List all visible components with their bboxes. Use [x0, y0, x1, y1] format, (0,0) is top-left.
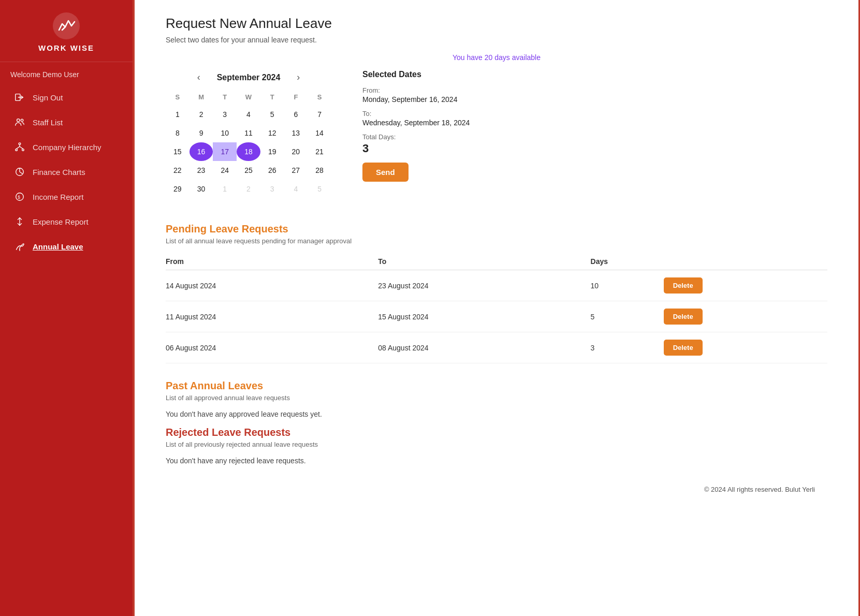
sidebar-item-expense-report[interactable]: Expense Report	[0, 209, 133, 234]
calendar-day[interactable]: 3	[260, 180, 284, 198]
calendar-day[interactable]: 16	[190, 142, 213, 161]
total-days-label: Total Days:	[362, 133, 476, 141]
cell-action: Delete	[664, 332, 827, 363]
calendar-day[interactable]: 21	[308, 142, 331, 161]
sidebar-label-income-report: Income Report	[33, 193, 83, 201]
calendar-day[interactable]: 22	[166, 161, 190, 180]
calendar-day[interactable]: 27	[284, 161, 308, 180]
past-title: Past Annual Leaves	[166, 380, 827, 392]
calendar-day[interactable]: 7	[308, 105, 331, 124]
calendar-day[interactable]: 23	[190, 161, 213, 180]
calendar-table: S M T W T F S 12345678910111213141516171…	[166, 91, 331, 198]
sidebar-item-finance-charts[interactable]: Finance Charts	[0, 159, 133, 184]
calendar-day[interactable]: 18	[237, 142, 260, 161]
sidebar-item-sign-out[interactable]: Sign Out	[0, 85, 133, 110]
cell-to: 15 August 2024	[378, 301, 590, 332]
calendar-day[interactable]: 1	[213, 180, 237, 198]
svg-point-3	[21, 119, 23, 122]
calendar-day[interactable]: 4	[284, 180, 308, 198]
cell-from: 11 August 2024	[166, 301, 378, 332]
delete-button[interactable]: Delete	[664, 340, 703, 356]
calendar-day[interactable]: 29	[166, 180, 190, 198]
calendar-day[interactable]: 8	[166, 124, 190, 142]
cell-from: 06 August 2024	[166, 332, 378, 363]
hierarchy-icon	[14, 141, 25, 153]
svg-line-9	[20, 146, 23, 149]
selected-dates-panel: Selected Dates From: Monday, September 1…	[362, 70, 476, 182]
calendar-day[interactable]: 2	[190, 105, 213, 124]
calendar-day[interactable]: 9	[190, 124, 213, 142]
svg-point-6	[22, 149, 24, 151]
calendar-day[interactable]: 11	[237, 124, 260, 142]
calendar-day[interactable]: 2	[237, 180, 260, 198]
calendar-header: ‹ September 2024 ›	[166, 70, 331, 85]
to-value: Wednesday, September 18, 2024	[362, 119, 476, 127]
calendar-day[interactable]: 3	[213, 105, 237, 124]
page-title: Request New Annual Leave	[166, 16, 827, 32]
past-section: Past Annual Leaves List of all approved …	[166, 380, 827, 418]
app-name: WORK WISE	[38, 43, 94, 52]
sidebar-item-income-report[interactable]: $ Income Report	[0, 184, 133, 209]
calendar-day[interactable]: 30	[190, 180, 213, 198]
calendar-day[interactable]: 10	[213, 124, 237, 142]
page-subtitle: Select two dates for your annual leave r…	[166, 36, 827, 44]
sidebar-label-annual-leave: Annual Leave	[33, 242, 83, 251]
pending-table: From To Days 14 August 202423 August 202…	[166, 253, 827, 363]
staff-icon	[14, 116, 25, 128]
cal-header-f: F	[284, 91, 308, 105]
calendar-day[interactable]: 28	[308, 161, 331, 180]
calendar-day[interactable]: 5	[260, 105, 284, 124]
calendar-prev-button[interactable]: ‹	[193, 70, 205, 85]
footer-text: © 2024 All rights reserved. Bulut Yerli	[704, 486, 815, 493]
calendar-day[interactable]: 15	[166, 142, 190, 161]
sidebar-label-sign-out: Sign Out	[33, 93, 63, 102]
calendar-month-label: September 2024	[217, 73, 281, 82]
calendar-day[interactable]: 24	[213, 161, 237, 180]
cal-header-m: M	[190, 91, 213, 105]
pending-title: Pending Leave Requests	[166, 223, 827, 235]
col-from: From	[166, 253, 378, 270]
calendar-wrap: ‹ September 2024 › S M T W T F S	[166, 70, 331, 198]
cal-header-s2: S	[308, 91, 331, 105]
to-label: To:	[362, 110, 476, 118]
calendar-next-button[interactable]: ›	[293, 70, 304, 85]
available-days-text: You have 20 days available	[166, 53, 827, 62]
calendar-day[interactable]: 1	[166, 105, 190, 124]
calendar-day[interactable]: 19	[260, 142, 284, 161]
rejected-title: Rejected Leave Requests	[166, 427, 827, 438]
rejected-desc: List of all previously rejected annual l…	[166, 441, 827, 448]
calendar-day[interactable]: 12	[260, 124, 284, 142]
col-to: To	[378, 253, 590, 270]
sidebar-logo: WORK WISE	[0, 0, 133, 62]
delete-button[interactable]: Delete	[664, 309, 703, 325]
sidebar-item-staff-list[interactable]: Staff List	[0, 110, 133, 135]
sign-out-icon	[14, 92, 25, 103]
send-button[interactable]: Send	[362, 163, 409, 182]
calendar-day[interactable]: 17	[213, 142, 237, 161]
calendar-section: ‹ September 2024 › S M T W T F S	[166, 70, 827, 198]
calendar-day[interactable]: 13	[284, 124, 308, 142]
table-row: 14 August 202423 August 202410Delete	[166, 270, 827, 301]
calendar-day[interactable]: 5	[308, 180, 331, 198]
logo-icon	[53, 12, 80, 39]
from-value: Monday, September 16, 2024	[362, 95, 476, 104]
sidebar-item-annual-leave[interactable]: Annual Leave	[0, 234, 133, 259]
selected-dates-title: Selected Dates	[362, 70, 476, 79]
sidebar-nav: Sign Out Staff List Company Hierarchy Fi…	[0, 85, 133, 259]
calendar-day[interactable]: 6	[284, 105, 308, 124]
cell-days: 10	[591, 270, 664, 301]
expense-icon	[14, 216, 25, 227]
table-row: 11 August 202415 August 20245Delete	[166, 301, 827, 332]
svg-point-2	[17, 119, 20, 122]
calendar-day[interactable]: 14	[308, 124, 331, 142]
from-label: From:	[362, 86, 476, 94]
past-no-data: You don't have any approved leave reques…	[166, 410, 827, 418]
calendar-day[interactable]: 20	[284, 142, 308, 161]
sidebar-item-company-hierarchy[interactable]: Company Hierarchy	[0, 135, 133, 159]
total-days-value: 3	[362, 142, 476, 155]
sidebar-label-finance-charts: Finance Charts	[33, 168, 85, 177]
delete-button[interactable]: Delete	[664, 277, 703, 294]
calendar-day[interactable]: 4	[237, 105, 260, 124]
calendar-day[interactable]: 25	[237, 161, 260, 180]
calendar-day[interactable]: 26	[260, 161, 284, 180]
